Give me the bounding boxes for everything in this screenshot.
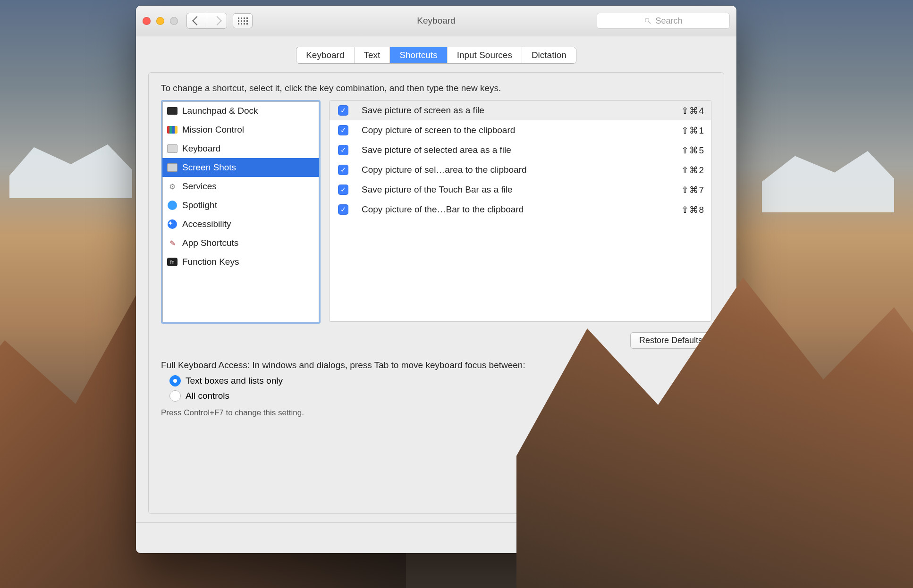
tab-input-sources[interactable]: Input Sources [447,47,522,63]
category-label: Launchpad & Dock [182,106,258,116]
shortcut-label: Copy picture of screen to the clipboard [362,125,681,135]
category-item-mission-control[interactable]: Mission Control [162,120,319,139]
screenshot-icon [167,163,178,172]
instruction-text: To change a shortcut, select it, click t… [161,83,711,93]
shortcut-row[interactable]: ✓Copy picture of sel…area to the clipboa… [330,160,711,180]
gear-icon: ⚙︎ [169,182,176,191]
restore-defaults-button[interactable]: Restore Defaults [630,332,711,349]
shortcut-keys[interactable]: ⇧⌘2 [681,165,704,176]
category-label: Spotlight [182,200,217,210]
window-titlebar[interactable]: Keyboard Search [136,6,736,36]
nav-back-forward-segment [186,13,227,29]
background-decor [762,151,894,212]
svg-point-0 [645,18,649,22]
fka-hint: Press Control+F7 to change this setting. [161,408,711,418]
shortcut-label: Save picture of selected area as a file [362,145,681,155]
category-label: Screen Shots [182,162,236,173]
mission-control-icon [167,126,178,134]
shortcut-row[interactable]: ✓Save picture of the Touch Bar as a file… [330,180,711,200]
radio-label: Text boxes and lists only [186,376,283,386]
svg-line-1 [649,22,651,24]
shortcut-keys[interactable]: ⇧⌘1 [681,125,704,136]
lists-row: Launchpad & DockMission ControlKeyboardS… [161,100,711,324]
spotlight-icon [168,201,177,210]
shortcut-checkbox[interactable]: ✓ [338,204,348,215]
launchpad-icon [167,107,178,115]
shortcut-list[interactable]: ✓Save picture of screen as a file⇧⌘4✓Cop… [329,100,711,322]
shortcut-checkbox[interactable]: ✓ [338,145,348,155]
shortcut-checkbox[interactable]: ✓ [338,165,348,175]
fka-radio-option[interactable]: Text boxes and lists only [169,375,711,386]
category-label: Services [182,181,217,192]
radio-button[interactable] [169,375,181,386]
category-item-keyboard[interactable]: Keyboard [162,139,319,158]
category-item-function-keys[interactable]: fnFunction Keys [162,252,319,271]
back-button[interactable] [187,13,207,28]
traffic-lights [143,17,178,25]
shortcut-label: Copy picture of sel…area to the clipboar… [362,165,681,175]
search-field[interactable]: Search [597,13,730,29]
background-decor [9,142,132,198]
shortcut-label: Save picture of screen as a file [362,105,681,116]
search-icon [644,17,651,25]
category-item-app-shortcuts[interactable]: ✎App Shortcuts [162,234,319,252]
desktop-background: Keyboard Search KeyboardTextShortcutsInp… [0,0,913,588]
category-list[interactable]: Launchpad & DockMission ControlKeyboardS… [161,100,321,324]
zoom-window-button [170,17,178,25]
full-keyboard-access-label: Full Keyboard Access: In windows and dia… [161,360,711,370]
help-button[interactable]: ? [712,530,727,546]
forward-button [207,13,227,28]
tab-shortcuts[interactable]: Shortcuts [389,47,447,63]
category-label: Keyboard [182,143,220,154]
category-label: Function Keys [182,257,239,267]
category-item-accessibility[interactable]: ✦Accessibility [162,215,319,234]
shortcut-keys[interactable]: ⇧⌘5 [681,145,704,156]
fka-radio-option[interactable]: All controls [169,390,711,402]
shortcut-keys[interactable]: ⇧⌘4 [681,105,704,116]
app-shortcuts-icon: ✎ [169,239,176,248]
shortcut-row[interactable]: ✓Save picture of screen as a file⇧⌘4 [330,101,711,120]
preferences-window: Keyboard Search KeyboardTextShortcutsInp… [136,6,736,553]
radio-button[interactable] [169,390,181,402]
shortcut-row[interactable]: ✓Copy picture of screen to the clipboard… [330,120,711,140]
shortcuts-panel: To change a shortcut, select it, click t… [148,72,724,514]
radio-label: All controls [186,391,229,401]
tab-bar: KeyboardTextShortcutsInput SourcesDictat… [296,47,576,64]
shortcut-keys[interactable]: ⇧⌘8 [681,204,704,215]
shortcut-keys[interactable]: ⇧⌘7 [681,185,704,195]
grid-icon [238,17,248,25]
tab-text[interactable]: Text [354,47,390,63]
shortcut-checkbox[interactable]: ✓ [338,125,348,135]
tab-dictation[interactable]: Dictation [522,47,576,63]
shortcut-label: Save picture of the Touch Bar as a file [362,185,681,195]
bluetooth-keyboard-button[interactable]: Set Up Bluetooth Keyboard… [575,530,704,546]
shortcut-label: Copy picture of the…Bar to the clipboard [362,204,681,215]
category-item-launchpad-dock[interactable]: Launchpad & Dock [162,101,319,120]
window-content: KeyboardTextShortcutsInput SourcesDictat… [136,36,736,522]
category-label: Accessibility [182,219,231,229]
category-item-services[interactable]: ⚙︎Services [162,177,319,196]
chevron-right-icon [212,16,222,25]
tab-keyboard[interactable]: Keyboard [296,47,354,63]
shortcut-checkbox[interactable]: ✓ [338,105,348,116]
category-label: App Shortcuts [182,238,238,248]
accessibility-icon: ✦ [168,219,177,229]
minimize-window-button[interactable] [156,17,164,25]
window-footer: Set Up Bluetooth Keyboard… ? [136,522,736,553]
keyboard-icon [167,144,178,153]
category-item-screen-shots[interactable]: Screen Shots [162,158,319,177]
search-placeholder: Search [655,16,682,26]
shortcut-row[interactable]: ✓Save picture of selected area as a file… [330,140,711,160]
shortcut-row[interactable]: ✓Copy picture of the…Bar to the clipboar… [330,200,711,219]
show-all-button[interactable] [233,13,253,28]
close-window-button[interactable] [143,17,151,25]
shortcut-checkbox[interactable]: ✓ [338,185,348,195]
full-keyboard-access-radios: Text boxes and lists onlyAll controls [161,375,711,402]
category-label: Mission Control [182,125,244,135]
chevron-left-icon [192,16,202,25]
function-keys-icon: fn [167,258,178,266]
category-item-spotlight[interactable]: Spotlight [162,196,319,215]
